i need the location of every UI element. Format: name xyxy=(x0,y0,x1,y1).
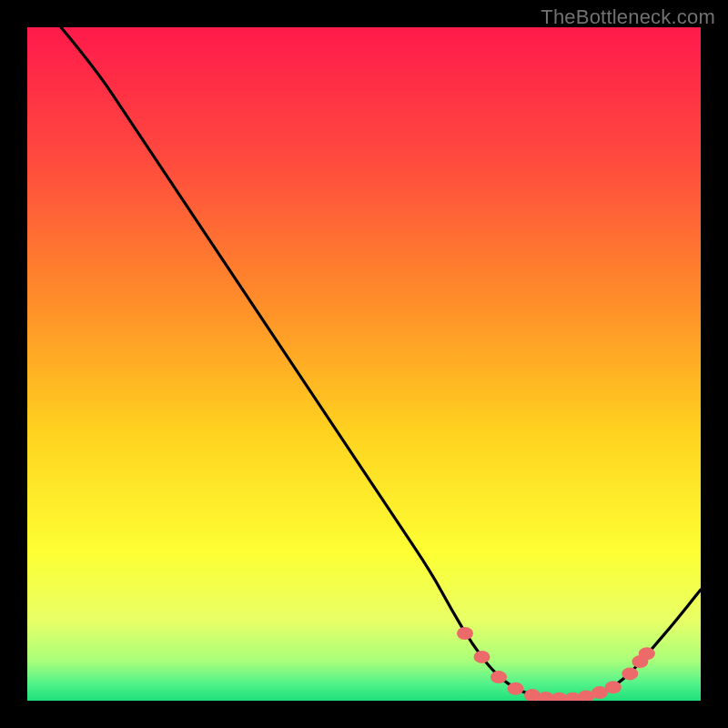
watermark-text: TheBottleneck.com xyxy=(541,5,715,29)
data-marker xyxy=(490,671,507,683)
data-marker xyxy=(457,627,473,640)
bottleneck-chart xyxy=(27,27,701,701)
data-marker xyxy=(639,647,655,660)
data-marker xyxy=(474,651,490,663)
data-marker xyxy=(622,667,638,680)
data-marker xyxy=(605,681,622,693)
chart-background xyxy=(27,27,701,701)
data-marker xyxy=(508,682,524,695)
